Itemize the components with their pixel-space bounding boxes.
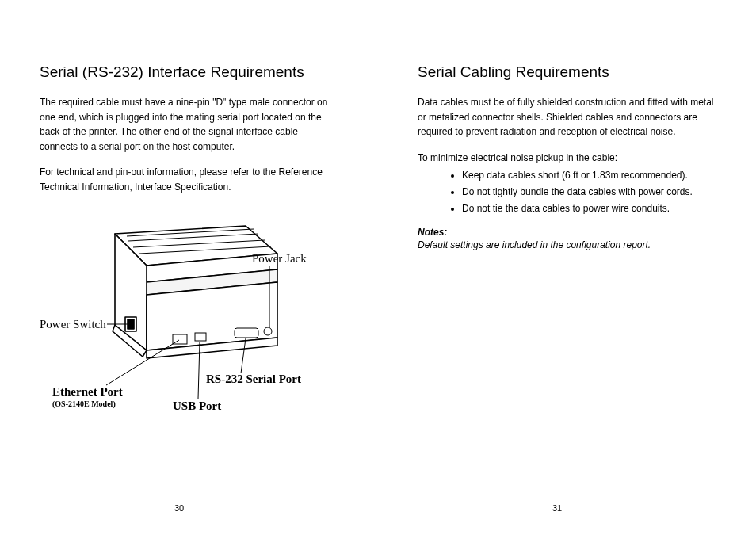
bullet-item: Do not tie the data cables to power wire… bbox=[462, 201, 716, 216]
svg-rect-4 bbox=[235, 328, 258, 338]
label-rs232: RS-232 Serial Port bbox=[206, 373, 301, 386]
svg-rect-3 bbox=[195, 333, 206, 341]
page-number-left: 30 bbox=[174, 503, 184, 513]
notes-label: Notes: bbox=[418, 227, 716, 238]
page-right: Serial Cabling Requirements Data cables … bbox=[378, 0, 756, 535]
printer-diagram: Power Switch Power Jack RS-232 Serial Po… bbox=[40, 206, 333, 444]
page-left: Serial (RS-232) Interface Requirements T… bbox=[0, 0, 378, 535]
label-power-switch: Power Switch bbox=[40, 318, 106, 331]
right-paragraph-1: Data cables must be of fully shielded co… bbox=[418, 95, 716, 139]
right-paragraph-2: To minimize electrical noise pickup in t… bbox=[418, 151, 716, 166]
label-usb: USB Port bbox=[173, 399, 221, 413]
left-paragraph-2: For technical and pin-out information, p… bbox=[40, 165, 338, 194]
heading-right: Serial Cabling Requirements bbox=[418, 63, 716, 81]
page-number-right: 31 bbox=[552, 503, 562, 513]
notes-text: Default settings are included in the con… bbox=[418, 239, 716, 250]
bullet-item: Keep data cables short (6 ft or 1.83m re… bbox=[462, 168, 716, 183]
bullet-item: Do not tightly bundle the data cables wi… bbox=[462, 185, 716, 200]
left-paragraph-1: The required cable must have a nine-pin … bbox=[40, 95, 338, 154]
label-power-jack: Power Jack bbox=[252, 252, 307, 266]
heading-left: Serial (RS-232) Interface Requirements bbox=[40, 63, 338, 81]
label-ethernet: Ethernet Port bbox=[52, 385, 123, 399]
bullet-list: Keep data cables short (6 ft or 1.83m re… bbox=[418, 168, 716, 216]
svg-rect-2 bbox=[173, 334, 187, 344]
label-ethernet-sub: (OS-2140E Model) bbox=[52, 399, 116, 408]
page-spread: Serial (RS-232) Interface Requirements T… bbox=[0, 0, 756, 535]
svg-point-5 bbox=[264, 327, 272, 335]
svg-rect-1 bbox=[128, 319, 134, 329]
